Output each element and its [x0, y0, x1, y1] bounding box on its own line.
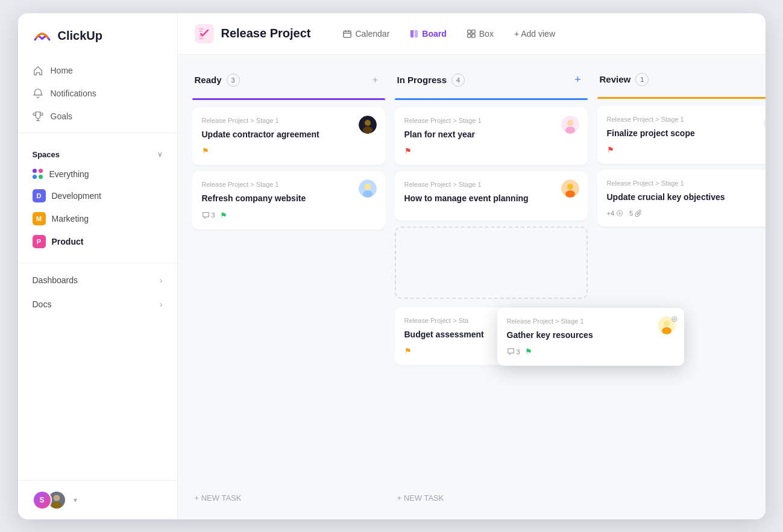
attachment-icon — [635, 210, 642, 217]
calendar-tab-label: Calendar — [355, 29, 389, 39]
add-view-button[interactable]: + Add view — [506, 25, 564, 42]
card-avatar — [561, 180, 579, 198]
sidebar-item-goals[interactable]: Goals — [25, 105, 170, 128]
column-inprogress-add-button[interactable]: + — [571, 73, 585, 87]
app-name: ClickUp — [58, 29, 102, 43]
column-ready-cards: Release Project > Stage 1 Update contrac… — [192, 107, 385, 489]
comment-count: 3 — [507, 348, 520, 355]
svg-point-15 — [363, 190, 373, 198]
column-ready-add-button[interactable]: + — [368, 73, 383, 87]
spaces-section: Spaces ∨ Everything D Development M Mark… — [18, 138, 177, 258]
column-inprogress-bar — [395, 98, 588, 100]
column-ready-bar — [192, 98, 385, 100]
svg-rect-3 — [344, 31, 351, 37]
task-card-event-planning[interactable]: Release Project > Stage 1 How to manage … — [395, 171, 588, 221]
space-development[interactable]: D Development — [33, 184, 163, 207]
svg-point-27 — [664, 321, 670, 327]
svg-point-18 — [565, 127, 575, 134]
space-everything[interactable]: Everything — [33, 164, 163, 184]
inprogress-new-task-button[interactable]: + NEW TASK — [395, 489, 588, 507]
development-label: Development — [52, 191, 102, 201]
floating-drag-card[interactable]: Release Project > Stage 1 Gather key res… — [497, 308, 684, 366]
bell-icon — [33, 88, 43, 99]
marketing-badge: M — [33, 212, 46, 225]
flag-icon: ⚑ — [220, 211, 227, 220]
card-meta: Release Project > Stage 1 — [607, 116, 766, 123]
column-ready-header: Ready 3 + — [192, 67, 385, 93]
column-review-count: 1 — [635, 73, 649, 86]
column-inprogress-cards: Release Project > Stage 1 Plan for next … — [395, 107, 588, 489]
svg-rect-9 — [472, 34, 475, 37]
box-icon — [467, 30, 476, 38]
card-meta: Release Project > Stage 1 — [404, 181, 578, 188]
project-title: Release Project — [221, 27, 311, 40]
dashboards-chevron-icon: › — [160, 275, 163, 285]
card-counts: +4 5 — [607, 210, 643, 217]
calendar-icon — [343, 30, 351, 38]
dashboards-link[interactable]: Dashboards › — [18, 268, 177, 292]
board-tab-label: Board — [422, 29, 446, 39]
board-icon — [410, 30, 418, 38]
inprogress-new-task-label: + NEW TASK — [397, 493, 444, 502]
tab-board[interactable]: Board — [401, 25, 454, 42]
add-view-label: + Add view — [514, 29, 555, 39]
svg-rect-8 — [468, 34, 471, 37]
svg-point-1 — [51, 501, 62, 509]
link-icon — [616, 210, 623, 217]
task-card-update-contractor[interactable]: Release Project > Stage 1 Update contrac… — [192, 107, 385, 166]
user-dropdown-icon[interactable]: ▾ — [74, 496, 77, 504]
card-avatar — [359, 116, 377, 134]
flag-icon: ⚑ — [525, 347, 532, 356]
card-title: Update crucial key objectives — [607, 192, 766, 204]
floating-card-title: Gather key resources — [507, 330, 675, 342]
spaces-chevron-icon[interactable]: ∨ — [157, 150, 163, 158]
ready-new-task-label: + NEW TASK — [195, 493, 242, 502]
task-card-plan-next-year[interactable]: Release Project > Stage 1 Plan for next … — [395, 107, 588, 166]
card-footer: ⚑ — [404, 146, 578, 155]
svg-rect-4 — [410, 30, 414, 37]
docs-chevron-icon: › — [160, 299, 163, 309]
everything-label: Everything — [49, 169, 89, 179]
ready-new-task-button[interactable]: + NEW TASK — [192, 489, 385, 507]
card-footer: +4 5 — [607, 210, 766, 217]
sidebar-item-home[interactable]: Home — [25, 59, 170, 82]
task-card-finalize-scope[interactable]: Release Project > Stage 1 Finalize proje… — [597, 106, 766, 164]
column-ready-title: Ready — [195, 75, 222, 85]
svg-rect-7 — [472, 30, 475, 33]
svg-point-21 — [565, 190, 575, 198]
card-footer: ⚑ — [607, 145, 766, 154]
sidebar-footer: S ▾ — [18, 480, 177, 519]
sidebar-item-notifications[interactable]: Notifications — [25, 82, 170, 105]
card-meta: Release Project > Stage 1 — [202, 181, 376, 188]
main-header: Release Project Calendar Board — [178, 13, 766, 55]
svg-point-0 — [53, 495, 60, 501]
column-review-cards: Release Project > Stage 1 Finalize proje… — [597, 106, 766, 507]
board-columns: Ready 3 + Release Project > Stage 1 — [192, 67, 766, 507]
clickup-logo-icon — [33, 27, 52, 46]
comment-count: 3 — [202, 211, 215, 219]
product-label: Product — [52, 237, 84, 246]
sidebar: ClickUp Home Notifications — [18, 13, 178, 519]
spaces-title: Spaces — [33, 150, 60, 159]
column-ready-count: 3 — [227, 74, 240, 87]
card-avatar — [561, 116, 579, 134]
card-meta: Release Project > Stage 1 — [404, 117, 578, 124]
card-title: Update contractor agreement — [202, 129, 376, 141]
card-avatar — [359, 180, 377, 198]
flag-icon: ⚑ — [404, 346, 412, 355]
project-icon — [195, 24, 214, 43]
main-content: Release Project Calendar Board — [178, 13, 766, 519]
column-inprogress: In Progress 4 + Release Project > Stage … — [395, 67, 588, 507]
space-product[interactable]: P Product — [33, 230, 163, 253]
app-container: ClickUp Home Notifications — [18, 13, 766, 519]
svg-rect-6 — [468, 30, 471, 33]
tab-calendar[interactable]: Calendar — [335, 25, 398, 42]
docs-link[interactable]: Docs › — [18, 292, 177, 316]
task-card-update-key-objectives[interactable]: Release Project > Stage 1 Update crucial… — [597, 170, 766, 227]
tab-box[interactable]: Box — [459, 25, 502, 42]
space-marketing[interactable]: M Marketing — [33, 207, 163, 230]
view-tabs: Calendar Board Box — [335, 25, 564, 42]
task-card-refresh-website[interactable]: Release Project > Stage 1 Refresh compan… — [192, 171, 385, 230]
column-review: Review 1 Release Project > Stage 1 — [597, 67, 766, 507]
column-inprogress-title: In Progress — [397, 75, 447, 85]
